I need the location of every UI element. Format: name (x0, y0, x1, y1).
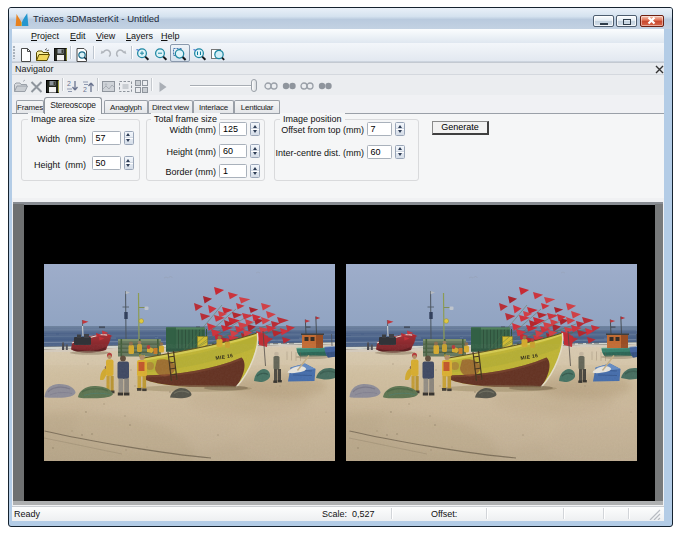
svg-text:2: 2 (67, 80, 71, 87)
svg-text:2: 2 (83, 86, 87, 93)
